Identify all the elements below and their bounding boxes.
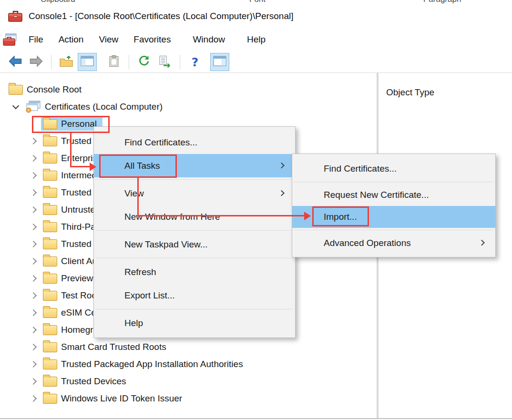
tree-item-label: Certificates (Local Computer) bbox=[45, 102, 163, 112]
window-title: Console1 - [Console Root\Certificates (L… bbox=[29, 11, 293, 21]
folder-icon bbox=[43, 222, 57, 232]
chevron-right-icon[interactable] bbox=[25, 306, 43, 320]
tree-item-trusted-packaged-app[interactable]: Trusted Packaged App Installation Author… bbox=[0, 356, 377, 373]
menu-item-label: New Taskpad View... bbox=[124, 239, 208, 250]
menu-item-label: Find Certificates... bbox=[324, 164, 397, 174]
chevron-right-icon bbox=[278, 190, 285, 196]
menu-separator bbox=[95, 230, 294, 231]
folder-icon bbox=[43, 291, 57, 301]
toolbar: ? bbox=[0, 51, 512, 73]
menu-item-new-taskpad-view[interactable]: New Taskpad View... bbox=[94, 233, 295, 256]
chevron-right-icon[interactable] bbox=[25, 237, 43, 251]
window-bottom-edge bbox=[0, 418, 512, 419]
tree-item-label: Trusted Devices bbox=[61, 376, 126, 387]
chevron-right-icon[interactable] bbox=[25, 220, 43, 234]
help-button[interactable]: ? bbox=[185, 53, 205, 71]
folder-icon bbox=[9, 85, 23, 95]
annotation-box-all-tasks bbox=[99, 154, 177, 178]
annotation-arrow2-vertical-line bbox=[137, 178, 139, 216]
menu-item-view[interactable]: View bbox=[94, 182, 295, 205]
export-list-button[interactable] bbox=[155, 53, 174, 71]
chevron-right-icon[interactable] bbox=[25, 340, 43, 354]
menu-item-refresh[interactable]: Refresh bbox=[94, 260, 295, 284]
ribbon-label-font: Font bbox=[249, 0, 266, 4]
show-console-tree-button[interactable] bbox=[78, 53, 97, 71]
menu-item-label: Find Certificates... bbox=[124, 137, 197, 148]
forward-button[interactable] bbox=[27, 53, 46, 71]
chevron-right-icon[interactable] bbox=[25, 134, 43, 148]
object-type-column-header[interactable]: Object Type bbox=[379, 73, 512, 98]
chevron-right-icon[interactable] bbox=[25, 168, 43, 183]
menu-window[interactable]: Window bbox=[185, 31, 233, 48]
menu-item-new-window-from-here[interactable]: New Window from Here bbox=[94, 205, 295, 228]
menu-item-export-list[interactable]: Export List... bbox=[94, 284, 295, 307]
chevron-right-icon[interactable] bbox=[25, 151, 43, 165]
console-small-icon bbox=[3, 33, 17, 46]
annotation-arrow1-head bbox=[90, 163, 96, 171]
help-icon: ? bbox=[192, 55, 199, 69]
menu-help[interactable]: Help bbox=[239, 31, 273, 48]
cropped-ribbon-strip: Clipboard Font Paragraph bbox=[0, 0, 512, 5]
menu-item-help[interactable]: Help bbox=[94, 311, 295, 335]
tree-item-trusted-devices[interactable]: Trusted Devices bbox=[0, 373, 377, 390]
chevron-right-icon[interactable] bbox=[25, 323, 43, 337]
folder-icon bbox=[43, 256, 57, 266]
submenu-item-advanced-operations[interactable]: Advanced Operations bbox=[292, 232, 495, 254]
refresh-icon bbox=[138, 55, 150, 69]
show-console-tree-icon bbox=[80, 55, 94, 69]
annotation-arrow2-horizontal-line bbox=[137, 215, 305, 216]
mmc-console-icon bbox=[8, 9, 23, 23]
annotation-arrow1-horizontal-line bbox=[70, 166, 91, 167]
folder-icon bbox=[43, 359, 57, 369]
tree-item-smart-card-trusted-roots[interactable]: Smart Card Trusted Roots bbox=[0, 338, 377, 356]
chevron-right-icon[interactable] bbox=[25, 185, 43, 200]
show-action-pane-button[interactable] bbox=[210, 53, 229, 71]
chevron-right-icon[interactable] bbox=[25, 254, 43, 268]
folder-icon bbox=[43, 342, 57, 352]
chevron-right-icon[interactable] bbox=[25, 271, 43, 286]
ribbon-label-clipboard: Clipboard bbox=[41, 0, 75, 4]
menu-separator bbox=[95, 179, 294, 180]
tree-item-certificates-local-computer[interactable]: Certificates (Local Computer) bbox=[0, 98, 377, 115]
annotation-box-personal bbox=[32, 116, 110, 133]
chevron-right-icon bbox=[278, 162, 285, 168]
menu-separator bbox=[95, 309, 294, 309]
menu-view[interactable]: View bbox=[91, 31, 126, 48]
chevron-right-icon[interactable] bbox=[25, 203, 43, 217]
chevron-right-icon[interactable] bbox=[25, 391, 43, 406]
up-one-level-icon bbox=[59, 55, 73, 70]
clipboard-button[interactable] bbox=[104, 53, 123, 71]
folder-icon bbox=[43, 136, 57, 146]
menu-item-label: Advanced Operations bbox=[324, 238, 411, 248]
chevron-right-icon[interactable] bbox=[25, 374, 43, 389]
refresh-button[interactable] bbox=[134, 53, 154, 71]
clipboard-icon bbox=[108, 55, 120, 70]
chevron-right-icon[interactable] bbox=[25, 357, 43, 371]
folder-icon bbox=[43, 188, 57, 198]
toolbar-separator bbox=[51, 55, 51, 69]
menu-item-label: Refresh bbox=[124, 267, 156, 277]
back-icon bbox=[8, 55, 23, 70]
chevron-right-icon[interactable] bbox=[25, 288, 43, 303]
chevron-down-icon[interactable] bbox=[7, 100, 25, 114]
tree-item-label: Trusted Packaged App Installation Author… bbox=[61, 359, 243, 369]
tree-item-windows-live-id-token-issuer[interactable]: Windows Live ID Token Issuer bbox=[0, 390, 377, 407]
forward-icon bbox=[29, 55, 44, 70]
menu-item-label: New Window from Here bbox=[124, 212, 220, 222]
up-one-level-button[interactable] bbox=[57, 53, 76, 71]
annotation-box-import bbox=[312, 206, 369, 226]
menu-file[interactable]: File bbox=[21, 31, 51, 48]
toolbar-separator bbox=[129, 55, 129, 69]
back-button[interactable] bbox=[6, 53, 25, 71]
menu-separator bbox=[294, 230, 494, 230]
title-bar: Console1 - [Console Root\Certificates (L… bbox=[0, 5, 512, 28]
submenu-item-find-certificates[interactable]: Find Certificates... bbox=[292, 158, 495, 180]
menu-favorites[interactable]: Favorites bbox=[126, 31, 178, 48]
tree-item-console-root[interactable]: Console Root bbox=[0, 81, 377, 98]
menu-action[interactable]: Action bbox=[51, 31, 92, 48]
ribbon-label-paragraph: Paragraph bbox=[423, 0, 461, 4]
folder-icon bbox=[43, 394, 57, 404]
chevron-right-icon bbox=[479, 240, 485, 246]
submenu-item-request-new-certificate[interactable]: Request New Certificate... bbox=[292, 184, 495, 206]
menu-item-find-certificates[interactable]: Find Certificates... bbox=[94, 131, 295, 154]
